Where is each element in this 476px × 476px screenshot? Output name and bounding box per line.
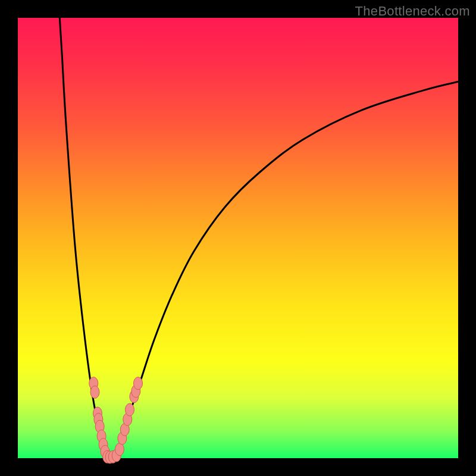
right-curve [115, 82, 458, 458]
marker-layer [89, 377, 143, 464]
curve-layer [60, 18, 458, 458]
marker-right-0 [115, 443, 124, 456]
marker-right-7 [134, 377, 143, 390]
chart-frame: TheBottleneck.com [0, 0, 476, 476]
chart-svg [0, 0, 476, 476]
marker-right-4 [125, 403, 134, 416]
left-curve [60, 18, 108, 458]
marker-left-1 [90, 386, 99, 399]
